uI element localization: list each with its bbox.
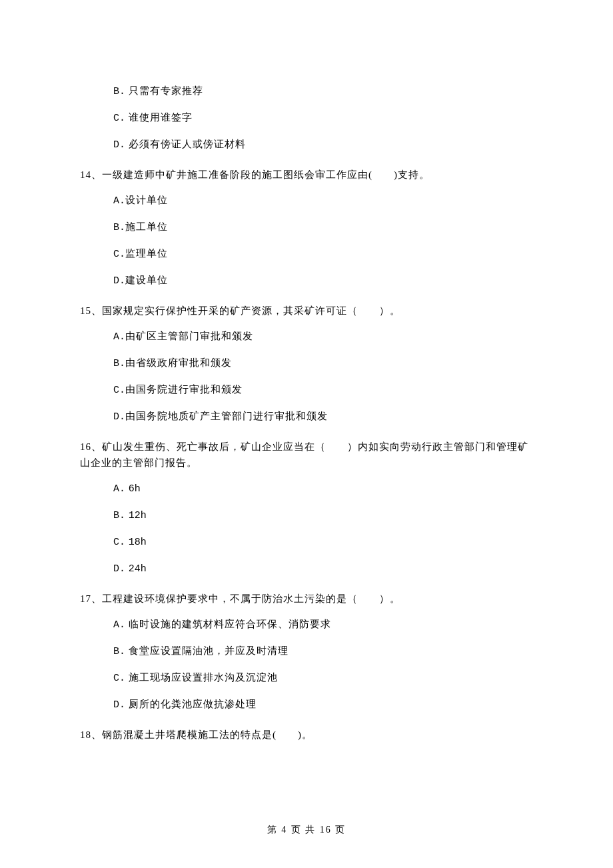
option-marker: B. — [113, 86, 125, 97]
option-15-a: A.由矿区主管部门审批和颁发 — [113, 328, 533, 345]
option-marker: A. — [113, 195, 125, 207]
option-14-b: B.施工单位 — [113, 219, 533, 236]
option-17-b: B. 食堂应设置隔油池，并应及时清理 — [113, 643, 533, 660]
option-15-d: D.由国务院地质矿产主管部门进行审批和颁发 — [113, 408, 533, 425]
option-marker: C. — [113, 537, 125, 548]
page-content: B. 只需有专家推荐 C. 谁使用谁签字 D. 必须有傍证人或傍证材料 14、一… — [0, 0, 613, 743]
option-marker: C. — [113, 385, 125, 396]
question-15: 15、国家规定实行保护性开采的矿产资源，其采矿许可证（ ）。 — [80, 303, 533, 319]
option-text: 谁使用谁签字 — [129, 112, 193, 123]
option-16-a: A. 6h — [113, 480, 533, 497]
page-footer: 第 4 页 共 16 页 — [0, 824, 613, 836]
question-17: 17、工程建设环境保护要求中，不属于防治水土污染的是（ ）。 — [80, 591, 533, 607]
option-text: 18h — [129, 537, 147, 548]
option-marker: D. — [113, 275, 125, 287]
option-marker: C. — [113, 673, 125, 684]
option-text: 施工现场应设置排水沟及沉淀池 — [129, 672, 278, 683]
option-marker: B. — [113, 358, 125, 369]
option-marker: D. — [113, 699, 125, 711]
option-14-d: D.建设单位 — [113, 272, 533, 289]
option-text: 必须有傍证人或傍证材料 — [129, 139, 246, 149]
option-marker: D. — [113, 411, 125, 423]
option-text: 食堂应设置隔油池，并应及时清理 — [129, 645, 289, 656]
option-marker: D. — [113, 139, 125, 151]
option-16-b: B. 12h — [113, 507, 533, 524]
option-text: 由省级政府审批和颁发 — [125, 357, 232, 368]
option-14-c: C.监理单位 — [113, 245, 533, 263]
option-17-c: C. 施工现场应设置排水沟及沉淀池 — [113, 669, 533, 687]
question-18: 18、钢筋混凝土井塔爬模施工法的特点是( )。 — [80, 727, 533, 743]
option-text: 由国务院地质矿产主管部门进行审批和颁发 — [125, 411, 328, 421]
option-text: 临时设施的建筑材料应符合环保、消防要求 — [129, 619, 331, 629]
option-16-c: C. 18h — [113, 533, 533, 551]
option-marker: C. — [113, 249, 125, 260]
option-text: 12h — [129, 510, 147, 521]
option-text: 厕所的化粪池应做抗渗处理 — [129, 699, 257, 709]
question-14: 14、一级建造师中矿井施工准备阶段的施工图纸会审工作应由( )支持。 — [80, 167, 533, 183]
option-marker: D. — [113, 563, 125, 575]
option-15-b: B.由省级政府审批和颁发 — [113, 355, 533, 372]
option-prev-c: C. 谁使用谁签字 — [113, 109, 533, 127]
option-17-d: D. 厕所的化粪池应做抗渗处理 — [113, 696, 533, 713]
option-marker: B. — [113, 646, 125, 657]
option-text: 由矿区主管部门审批和颁发 — [125, 331, 253, 341]
option-marker: C. — [113, 113, 125, 124]
option-text: 设计单位 — [125, 195, 168, 205]
option-text: 施工单位 — [125, 221, 168, 232]
option-marker: A. — [113, 483, 125, 495]
option-marker: A. — [113, 619, 125, 631]
option-text: 监理单位 — [125, 248, 168, 259]
option-text: 只需有专家推荐 — [129, 85, 203, 96]
option-15-c: C.由国务院进行审批和颁发 — [113, 381, 533, 399]
option-marker: A. — [113, 331, 125, 343]
option-text: 6h — [129, 483, 141, 495]
option-prev-b: B. 只需有专家推荐 — [113, 83, 533, 100]
option-17-a: A. 临时设施的建筑材料应符合环保、消防要求 — [113, 616, 533, 633]
option-marker: B. — [113, 222, 125, 233]
option-marker: B. — [113, 510, 125, 521]
question-16: 16、矿山发生重伤、死亡事故后，矿山企业应当在（ ）内如实向劳动行政主管部门和管… — [80, 439, 533, 471]
option-text: 24h — [129, 563, 147, 575]
option-text: 建设单位 — [125, 275, 168, 285]
option-16-d: D. 24h — [113, 560, 533, 577]
option-text: 由国务院进行审批和颁发 — [125, 384, 243, 395]
option-prev-d: D. 必须有傍证人或傍证材料 — [113, 136, 533, 153]
option-14-a: A.设计单位 — [113, 192, 533, 209]
